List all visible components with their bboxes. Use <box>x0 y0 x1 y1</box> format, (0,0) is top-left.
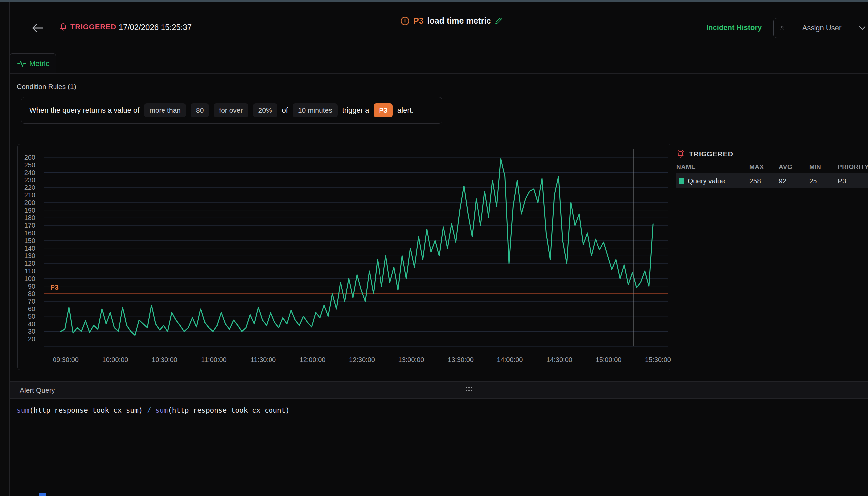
y-axis-tick: 80 <box>28 290 35 297</box>
legend-status-label: TRIGGERED <box>689 150 733 158</box>
tab-metric-label: Metric <box>29 60 49 68</box>
legend-col-min: MIN <box>809 163 838 171</box>
x-axis-tick: 12:30:00 <box>349 356 375 363</box>
screen-artifact <box>39 493 46 496</box>
title-block: P3 load time metric <box>400 16 503 26</box>
threshold-chip[interactable]: 80 <box>191 103 209 117</box>
legend-col-priority: PRIORITY <box>838 163 868 171</box>
x-axis-tick: 11:00:00 <box>201 356 226 363</box>
legend-series-min: 25 <box>809 177 838 185</box>
metric-chart[interactable]: 2602502402302202102001901801701601501401… <box>18 144 671 370</box>
assign-user-select[interactable]: Assign User <box>773 18 868 38</box>
alert-circle-icon <box>400 16 410 26</box>
tabs-divider <box>10 74 868 74</box>
y-axis-tick: 220 <box>24 184 35 191</box>
x-axis-tick: 14:00:00 <box>497 356 523 363</box>
legend-series-name-label: Query value <box>688 177 725 185</box>
y-axis-tick: 150 <box>24 237 35 244</box>
incident-history-link[interactable]: Incident History <box>707 23 762 32</box>
condition-rules-heading: Condition Rules (1) <box>17 83 76 91</box>
legend-col-avg: AVG <box>778 163 809 171</box>
y-axis-tick: 170 <box>24 222 35 229</box>
y-axis-tick: 260 <box>24 154 35 161</box>
y-axis-tick: 200 <box>24 199 35 206</box>
assign-user-label: Assign User <box>790 24 854 32</box>
alert-query-title: Alert Query <box>20 386 55 394</box>
series-color-swatch <box>679 178 684 184</box>
status-badge: TRIGGERED <box>60 22 116 31</box>
y-axis-tick: 110 <box>25 267 35 275</box>
legend-status: TRIGGERED <box>676 149 868 159</box>
x-axis-tick: 14:30:00 <box>546 356 572 363</box>
chevron-down-icon <box>859 26 866 30</box>
severity-label: P3 <box>413 16 424 26</box>
y-axis-tick: 50 <box>28 313 35 320</box>
legend-header-row: NAME MAX AVG MIN PRIORITY <box>676 162 868 172</box>
y-axis-tick: 100 <box>24 275 35 282</box>
x-axis-tick: 10:30:00 <box>152 356 177 363</box>
condition-prefix-text: When the query returns a value of <box>29 106 139 115</box>
x-axis-tick: 13:00:00 <box>398 356 424 363</box>
code-token-fn: sum <box>155 406 168 414</box>
alert-query-code[interactable]: sum(http_response_took_cx_sum) / sum(htt… <box>17 406 290 414</box>
bell-icon <box>676 150 685 158</box>
back-arrow-icon <box>31 23 44 33</box>
x-axis-tick: 15:00:00 <box>596 356 622 363</box>
code-token-op: / <box>143 406 155 414</box>
page-title: load time metric <box>427 16 491 26</box>
y-axis-tick: 20 <box>28 336 35 343</box>
x-axis-tick: 09:30:00 <box>53 356 79 363</box>
alert-suffix-text: alert. <box>397 106 414 115</box>
condition-panel-divider <box>449 74 450 144</box>
y-axis-tick: 30 <box>28 328 35 335</box>
alert-detail-page: TRIGGERED 17/02/2026 15:25:37 P3 load ti… <box>0 0 868 496</box>
x-axis-tick: 10:00:00 <box>102 356 128 363</box>
status-label: TRIGGERED <box>70 22 116 31</box>
legend-series-row[interactable]: Query value 258 92 25 P3 <box>676 173 868 188</box>
y-axis-tick: 40 <box>28 321 35 328</box>
y-axis-tick: 240 <box>24 169 35 176</box>
code-token-plain: (http_response_took_cx_count) <box>168 406 290 414</box>
code-token-plain: (http_response_took_cx_sum) <box>29 406 143 414</box>
y-axis-tick: 250 <box>24 161 35 169</box>
legend-series-max: 258 <box>749 177 778 185</box>
y-axis-tick: 90 <box>28 282 35 290</box>
pulse-icon <box>17 60 26 67</box>
x-axis-tick: 11:30:00 <box>251 356 276 363</box>
triggered-timestamp: 17/02/2026 15:25:37 <box>119 22 192 32</box>
y-axis-tick: 140 <box>24 245 35 252</box>
left-rail <box>0 2 10 496</box>
y-axis-tick: 70 <box>28 297 35 305</box>
chart-legend: TRIGGERED NAME MAX AVG MIN PRIORITY Quer… <box>676 149 868 188</box>
for-over-chip[interactable]: for over <box>214 103 248 117</box>
edit-pencil-icon[interactable] <box>494 17 503 25</box>
x-axis-tick: 15:30:00 <box>645 356 671 363</box>
y-axis-tick: 130 <box>24 252 35 259</box>
header: TRIGGERED 17/02/2026 15:25:37 P3 load ti… <box>10 2 868 51</box>
drag-handle-icon[interactable] <box>465 387 474 392</box>
metric-chart-panel: 2602502402302202102001901801701601501401… <box>17 144 671 370</box>
of-text: of <box>282 106 288 115</box>
priority-chip[interactable]: P3 <box>374 103 393 117</box>
y-axis-tick: 180 <box>24 214 35 221</box>
y-axis-tick: 190 <box>24 207 35 214</box>
x-axis-tick: 13:30:00 <box>448 356 474 363</box>
window-chip[interactable]: 10 minutes <box>293 103 337 117</box>
condition-rule: When the query returns a value of more t… <box>21 97 442 124</box>
alert-query-bar: Alert Query <box>10 381 868 399</box>
y-axis-tick: 210 <box>24 191 35 199</box>
trigger-text: trigger a <box>342 106 369 115</box>
y-axis-tick: 230 <box>24 176 35 184</box>
back-button[interactable] <box>30 21 45 35</box>
y-axis-tick: 120 <box>24 260 35 267</box>
legend-series-name: Query value <box>676 177 749 185</box>
bell-icon <box>60 22 67 31</box>
tab-metric[interactable]: Metric <box>10 53 56 74</box>
legend-col-name: NAME <box>676 163 749 171</box>
x-axis-tick: 12:00:00 <box>300 356 326 363</box>
percent-chip[interactable]: 20% <box>253 103 278 117</box>
threshold-label: P3 <box>50 283 59 291</box>
y-axis-tick: 160 <box>24 229 35 237</box>
legend-series-priority: P3 <box>838 177 868 185</box>
operator-chip[interactable]: more than <box>144 103 186 117</box>
